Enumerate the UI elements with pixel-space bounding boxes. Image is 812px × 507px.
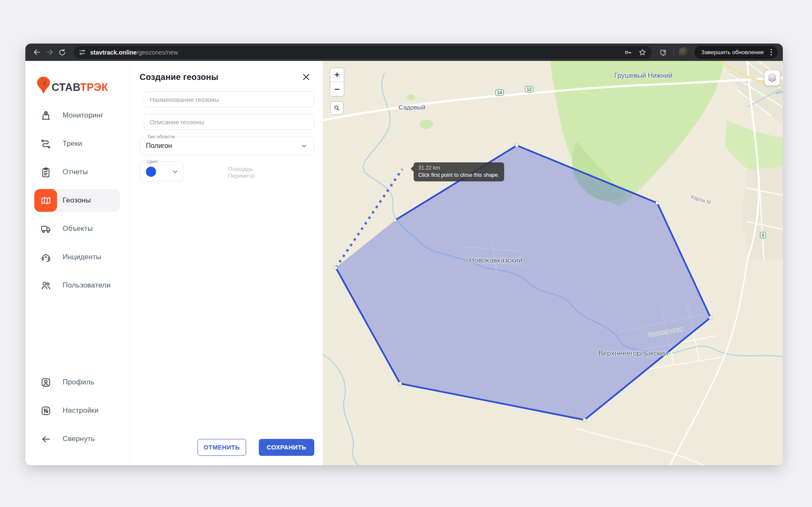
sidebar: СТАВТРЭК Мониторинг <box>25 61 130 465</box>
sidebar-item-label: Профиль <box>63 378 94 386</box>
settings-icon <box>34 399 57 422</box>
extensions-button[interactable] <box>657 46 669 59</box>
geozone-create-panel: Создание геозоны Тип области Полигон Цве… <box>130 61 323 465</box>
logo-text: СТАВТРЭК <box>52 81 108 93</box>
sidebar-item-profile[interactable]: Профиль <box>34 371 120 394</box>
map-tiles <box>323 61 783 465</box>
monitoring-icon <box>34 104 57 127</box>
site-info-icon[interactable] <box>79 49 86 56</box>
sidebar-item-tracks[interactable]: Треки <box>34 132 120 155</box>
cancel-button[interactable]: ОТМЕНИТЬ <box>198 439 246 456</box>
geozone-description-input[interactable] <box>144 114 314 130</box>
sidebar-item-objects[interactable]: Объекты <box>34 217 120 240</box>
logo-pin-icon <box>36 76 51 95</box>
sidebar-item-settings[interactable]: Настройки <box>34 399 120 422</box>
sidebar-item-geozones[interactable]: Геозоны <box>34 189 120 212</box>
polygon-vertex-handle[interactable] <box>656 202 659 205</box>
reports-icon <box>34 161 57 184</box>
tracks-icon <box>34 132 57 155</box>
geozone-metrics: Площадь: Периметр: <box>228 166 256 179</box>
color-label: Цвет <box>145 159 160 164</box>
page-title: Создание геозоны <box>140 72 219 82</box>
polygon-vertex-handle[interactable] <box>394 219 397 222</box>
zoom-control: + − <box>330 68 344 96</box>
polygon-vertex-handle[interactable] <box>516 144 518 147</box>
back-button[interactable] <box>30 46 43 59</box>
layers-button[interactable] <box>764 70 780 86</box>
url-domain: stavtrack.online <box>90 49 137 56</box>
forward-button[interactable] <box>43 46 56 59</box>
toolbar-divider <box>674 48 674 57</box>
browser-window: stavtrack.online/geozones/new Завершить … <box>25 44 783 465</box>
polygon-vertex-handle[interactable] <box>583 419 586 422</box>
extensions-puzzle-icon <box>659 48 667 56</box>
sidebar-item-label: Инциденты <box>63 253 101 261</box>
sidebar-item-label: Пользователи <box>63 281 110 290</box>
area-label: Площадь: <box>228 166 256 173</box>
sidebar-item-label: Мониторинг <box>63 111 103 120</box>
search-icon <box>334 105 340 111</box>
polygon-vertex-handle[interactable] <box>335 266 337 269</box>
forest-area <box>407 94 415 100</box>
collapse-arrow-icon <box>34 428 57 450</box>
users-icon <box>34 274 57 297</box>
color-swatch <box>146 167 156 177</box>
password-key-icon[interactable] <box>624 48 632 57</box>
sidebar-item-label: Свернуть <box>63 435 95 443</box>
sidebar-footer: Профиль Настройки <box>25 371 129 465</box>
finish-update-button[interactable]: Завершить обновление <box>694 46 778 59</box>
bookmark-star-icon[interactable] <box>638 48 647 57</box>
chevron-down-icon <box>301 143 307 149</box>
zoom-out-button[interactable]: − <box>330 82 344 96</box>
color-select[interactable]: Цвет <box>140 162 184 181</box>
reload-icon <box>60 49 65 55</box>
sidebar-item-label: Объекты <box>63 225 93 233</box>
sidebar-item-incidents[interactable]: Инциденты <box>34 246 120 269</box>
back-icon <box>34 50 40 55</box>
sidebar-item-collapse[interactable]: Свернуть <box>34 428 120 450</box>
polygon-vertex-handle[interactable] <box>709 316 712 319</box>
browser-toolbar: stavtrack.online/geozones/new Завершить … <box>25 44 783 61</box>
sidebar-item-monitoring[interactable]: Мониторинг <box>34 104 120 127</box>
polygon-vertex-handle[interactable] <box>399 382 402 385</box>
geozone-name-input[interactable] <box>144 91 314 107</box>
sidebar-menu: Мониторинг Треки <box>25 104 129 302</box>
chrome-menu-icon <box>768 49 774 55</box>
close-panel-button[interactable] <box>300 71 313 83</box>
sidebar-item-label: Отчеты <box>63 168 88 176</box>
forward-icon <box>47 50 52 55</box>
map-canvas[interactable]: Грушевый Нижний Садовый Новокавказский В… <box>323 61 783 465</box>
sidebar-item-label: Настройки <box>63 406 99 415</box>
perimeter-label: Периметр: <box>228 173 256 179</box>
forest-area <box>420 120 433 129</box>
profile-avatar[interactable] <box>678 47 689 58</box>
objects-icon <box>34 217 57 240</box>
sidebar-item-users[interactable]: Пользователи <box>34 274 120 297</box>
url-text: stavtrack.online/geozones/new <box>90 49 620 56</box>
layers-icon <box>767 72 778 83</box>
sidebar-item-reports[interactable]: Отчеты <box>34 161 120 184</box>
geozones-icon <box>34 189 57 212</box>
close-icon <box>304 74 309 80</box>
area-type-label: Тип области <box>145 134 177 139</box>
sidebar-item-label: Геозоны <box>63 196 91 205</box>
geozone-polygon-fill[interactable] <box>336 145 710 420</box>
incidents-icon <box>34 246 57 269</box>
reload-button[interactable] <box>56 46 69 59</box>
town-area <box>742 167 783 260</box>
finish-update-label: Завершить обновление <box>701 49 764 55</box>
area-type-select[interactable]: Тип области Полигон <box>140 137 314 155</box>
profile-icon <box>34 371 57 394</box>
map-search-button[interactable] <box>330 101 343 115</box>
app-logo: СТАВТРЭК <box>36 76 129 95</box>
area-type-value: Полигон <box>146 142 301 150</box>
zoom-in-button[interactable]: + <box>330 68 344 82</box>
url-path: /geozones/new <box>137 49 178 56</box>
url-bar[interactable]: stavtrack.online/geozones/new <box>74 46 652 59</box>
sidebar-item-label: Треки <box>63 140 82 148</box>
save-button[interactable]: СОХРАНИТЬ <box>259 439 314 456</box>
chevron-down-icon <box>172 169 178 175</box>
